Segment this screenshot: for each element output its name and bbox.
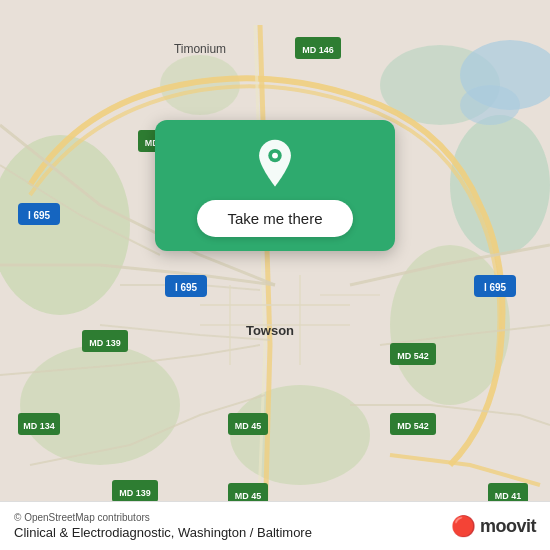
take-me-there-button[interactable]: Take me there xyxy=(197,200,352,237)
moovit-logo: 🔴 moovit xyxy=(451,514,536,538)
svg-point-2 xyxy=(20,345,180,465)
moovit-pin-icon: 🔴 xyxy=(451,514,476,538)
svg-point-39 xyxy=(272,153,278,159)
svg-text:MD 542: MD 542 xyxy=(397,351,429,361)
map: I 695 I 695 I 695 MD 146 MD 45 MD 139 MD… xyxy=(0,0,550,550)
map-attribution: © OpenStreetMap contributors xyxy=(14,512,312,523)
moovit-brand-text: moovit xyxy=(480,516,536,537)
svg-text:MD 139: MD 139 xyxy=(119,488,151,498)
location-pin-icon xyxy=(249,138,301,190)
location-name: Clinical & Electrodiagnostic, Washington… xyxy=(14,525,312,540)
bottom-left-info: © OpenStreetMap contributors Clinical & … xyxy=(14,512,312,540)
svg-text:MD 45: MD 45 xyxy=(235,491,262,501)
svg-text:I 695: I 695 xyxy=(484,282,507,293)
location-popup: Take me there xyxy=(155,120,395,251)
svg-text:I 695: I 695 xyxy=(28,210,51,221)
svg-text:MD 41: MD 41 xyxy=(495,491,522,501)
svg-text:MD 134: MD 134 xyxy=(23,421,55,431)
svg-point-9 xyxy=(460,85,520,125)
svg-text:Timonium: Timonium xyxy=(174,42,226,56)
svg-text:I 695: I 695 xyxy=(175,282,198,293)
svg-text:MD 146: MD 146 xyxy=(302,45,334,55)
svg-text:MD 542: MD 542 xyxy=(397,421,429,431)
bottom-bar: © OpenStreetMap contributors Clinical & … xyxy=(0,501,550,550)
svg-text:Towson: Towson xyxy=(246,323,294,338)
svg-text:MD 139: MD 139 xyxy=(89,338,121,348)
svg-text:MD 45: MD 45 xyxy=(235,421,262,431)
